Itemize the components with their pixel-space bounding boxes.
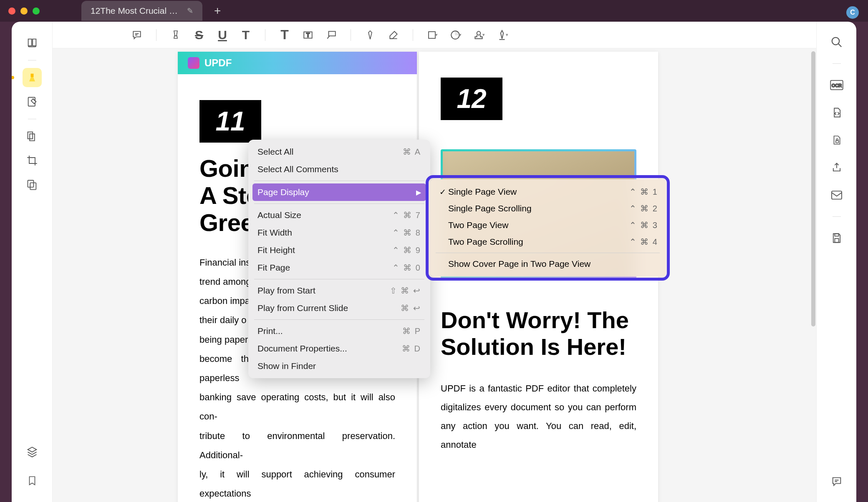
callout-tool[interactable] bbox=[321, 25, 341, 45]
pages-mode-button[interactable] bbox=[23, 127, 42, 146]
divider bbox=[833, 216, 841, 217]
svg-rect-16 bbox=[832, 191, 842, 199]
submenu-shortcut: ⌃ ⌘ 2 bbox=[629, 203, 658, 213]
underline-tool[interactable]: U bbox=[212, 25, 232, 45]
ocr-icon: OCR bbox=[830, 80, 843, 90]
new-tab-button[interactable]: + bbox=[210, 4, 225, 18]
layers-icon bbox=[26, 446, 38, 457]
minimize-window-button[interactable] bbox=[20, 8, 28, 15]
pencil-icon[interactable]: ✎ bbox=[187, 6, 193, 15]
chevron-right-icon: ▶ bbox=[416, 188, 421, 196]
article-title: Don't Worry! The Solution Is Here! bbox=[419, 279, 658, 361]
crop-icon bbox=[26, 155, 38, 166]
text-tool[interactable]: T bbox=[275, 25, 295, 45]
crop-mode-button[interactable] bbox=[23, 151, 42, 170]
window-controls bbox=[8, 8, 40, 15]
organize-mode-button[interactable] bbox=[23, 175, 42, 194]
submenu-single-page-view[interactable]: ✓ Single Page View ⌃ ⌘ 1 bbox=[434, 183, 661, 200]
divider bbox=[28, 119, 36, 119]
pages-icon bbox=[26, 131, 38, 142]
close-window-button[interactable] bbox=[8, 8, 15, 15]
bookmark-button[interactable] bbox=[23, 471, 42, 490]
layers-button[interactable] bbox=[23, 442, 42, 461]
menu-shortcut: ⌃ ⌘ 9 bbox=[392, 245, 421, 255]
page-display-submenu-highlight: ✓ Single Page View ⌃ ⌘ 1 Single Page Scr… bbox=[426, 175, 670, 281]
brand-banner: UPDF bbox=[178, 52, 417, 74]
signature-tool[interactable]: ▾ bbox=[492, 25, 512, 45]
callout-icon bbox=[326, 30, 337, 40]
convert-button[interactable] bbox=[828, 104, 845, 121]
reader-mode-button[interactable] bbox=[23, 33, 42, 53]
menu-shortcut: ⌃ ⌘ 8 bbox=[392, 228, 421, 238]
menu-fit-width[interactable]: Fit Width ⌃ ⌘ 8 bbox=[252, 224, 426, 241]
strikethrough-tool[interactable]: S bbox=[189, 25, 209, 45]
menu-select-all[interactable]: Select All ⌘ A bbox=[252, 143, 426, 161]
menu-fit-height[interactable]: Fit Height ⌃ ⌘ 9 bbox=[252, 241, 426, 259]
ocr-button[interactable]: OCR bbox=[828, 76, 845, 94]
svg-rect-2 bbox=[28, 132, 33, 139]
email-button[interactable] bbox=[828, 186, 845, 204]
menu-document-properties[interactable]: Document Properties... ⌘ D bbox=[252, 340, 426, 357]
share-button[interactable] bbox=[828, 159, 845, 176]
highlighter-icon bbox=[26, 72, 38, 83]
menu-select-all-comments[interactable]: Select All Comments bbox=[252, 161, 426, 178]
menu-fit-page[interactable]: Fit Page ⌃ ⌘ 0 bbox=[252, 259, 426, 276]
eraser-tool[interactable] bbox=[384, 25, 404, 45]
svg-point-11 bbox=[477, 31, 481, 35]
menu-label: Actual Size bbox=[257, 210, 301, 220]
squiggly-tool[interactable]: T bbox=[236, 25, 256, 45]
menu-print[interactable]: Print... ⌘ P bbox=[252, 322, 426, 340]
stamp-tool[interactable]: ▾ bbox=[469, 25, 489, 45]
scrollbar-thumb[interactable] bbox=[811, 51, 815, 326]
comments-panel-button[interactable] bbox=[828, 473, 845, 490]
svg-rect-9 bbox=[429, 32, 435, 38]
menu-actual-size[interactable]: Actual Size ⌃ ⌘ 7 bbox=[252, 206, 426, 224]
divider bbox=[833, 63, 841, 64]
comment-tool[interactable] bbox=[127, 25, 147, 45]
maximize-window-button[interactable] bbox=[33, 8, 40, 15]
book-icon bbox=[26, 37, 38, 49]
submenu-shortcut: ⌃ ⌘ 1 bbox=[629, 187, 658, 197]
eraser-icon bbox=[388, 30, 399, 40]
sticker-tool[interactable]: ▾ bbox=[446, 25, 466, 45]
shape-tool[interactable]: ▾ bbox=[422, 25, 442, 45]
text-icon: T bbox=[280, 27, 289, 43]
chevron-down-icon: ▾ bbox=[482, 32, 485, 38]
submenu-show-cover-two-page[interactable]: Show Cover Page in Two Page View bbox=[434, 256, 661, 272]
save-button[interactable] bbox=[828, 229, 845, 247]
document-tab[interactable]: 12The Most Crucial Strateg ✎ bbox=[81, 1, 202, 21]
submenu-single-page-scrolling[interactable]: Single Page Scrolling ⌃ ⌘ 2 bbox=[434, 200, 661, 217]
edit-mode-button[interactable] bbox=[23, 92, 42, 111]
pen-icon bbox=[365, 29, 375, 41]
search-button[interactable] bbox=[828, 33, 845, 51]
menu-show-in-finder[interactable]: Show in Finder bbox=[252, 357, 426, 375]
submenu-two-page-view[interactable]: Two Page View ⌃ ⌘ 3 bbox=[434, 217, 661, 233]
marker-icon bbox=[171, 30, 181, 40]
menu-label: Fit Width bbox=[257, 228, 292, 238]
save-icon bbox=[831, 232, 843, 244]
submenu-label: Single Page Scrolling bbox=[448, 203, 629, 213]
menu-play-from-start[interactable]: Play from Start ⇧ ⌘ ↩ bbox=[252, 282, 426, 299]
menu-shortcut: ⌘ ↩ bbox=[401, 303, 421, 313]
divider bbox=[413, 29, 413, 41]
menu-play-current-slide[interactable]: Play from Current Slide ⌘ ↩ bbox=[252, 299, 426, 317]
menu-shortcut: ⌘ D bbox=[402, 344, 421, 354]
protect-button[interactable] bbox=[828, 131, 845, 149]
annotate-mode-button[interactable] bbox=[23, 68, 42, 87]
divider bbox=[265, 29, 265, 41]
avatar[interactable]: C bbox=[846, 6, 859, 19]
comment-icon bbox=[831, 476, 843, 487]
menu-page-display[interactable]: Page Display ▶ bbox=[252, 183, 426, 201]
submenu-two-page-scrolling[interactable]: Two Page Scrolling ⌃ ⌘ 4 bbox=[434, 233, 661, 250]
menu-label: Fit Height bbox=[257, 245, 295, 255]
pencil-tool[interactable] bbox=[360, 25, 380, 45]
comment-icon bbox=[131, 30, 142, 40]
edit-page-icon bbox=[26, 96, 38, 108]
scrollbar[interactable] bbox=[811, 50, 815, 502]
svg-rect-18 bbox=[835, 238, 838, 242]
highlight-tool[interactable] bbox=[166, 25, 186, 45]
textbox-tool[interactable]: T bbox=[298, 25, 318, 45]
check-icon: ✓ bbox=[437, 187, 448, 197]
chevron-down-icon: ▾ bbox=[435, 32, 438, 38]
menu-label: Select All bbox=[257, 147, 293, 157]
